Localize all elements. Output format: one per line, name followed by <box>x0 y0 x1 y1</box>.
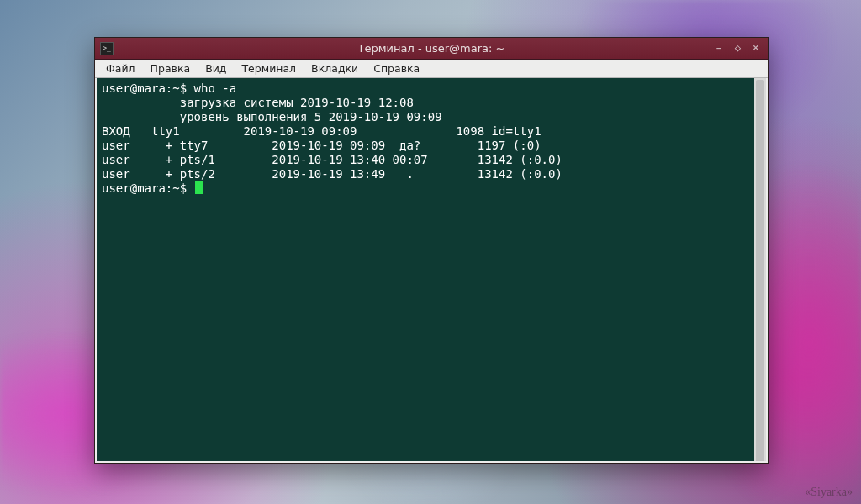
window-controls <box>714 44 768 54</box>
scrollbar-thumb[interactable] <box>756 80 764 461</box>
terminal-area[interactable]: user@mara:~$ who -a загрузка системы 201… <box>97 78 766 461</box>
window-title: Терминал - user@mara: ~ <box>95 42 768 55</box>
wallpaper-watermark: «Siyarka» <box>805 486 853 499</box>
prompt-path-2: ~ <box>172 181 179 195</box>
prompt-path: ~ <box>172 81 179 95</box>
command-entered: who -a <box>194 81 237 95</box>
terminal-app-icon <box>100 42 114 55</box>
menubar: Файл Правка Вид Терминал Вкладки Справка <box>95 60 768 78</box>
menu-help[interactable]: Справка <box>366 60 427 76</box>
output-line: загрузка системы 2019-10-19 12:08 <box>102 96 414 109</box>
menu-view[interactable]: Вид <box>198 60 234 76</box>
output-line: ВХОД tty1 2019-10-19 09:09 1098 id=tty1 <box>102 124 541 138</box>
terminal-window: Терминал - user@mara: ~ Файл Правка Вид … <box>94 37 769 464</box>
output-line: user + tty7 2019-10-19 09:09 да? 1197 (:… <box>102 139 541 152</box>
prompt-userhost: user@mara <box>102 81 166 95</box>
terminal-scrollbar[interactable] <box>754 78 766 461</box>
output-line: user + pts/2 2019-10-19 13:49 . 13142 (:… <box>102 167 563 181</box>
cursor-block <box>195 181 203 194</box>
prompt-userhost-2: user@mara <box>102 181 166 195</box>
prompt-sep-dollar-2: $ <box>180 181 187 195</box>
close-button[interactable] <box>751 44 761 54</box>
menu-terminal[interactable]: Терминал <box>234 60 304 76</box>
menu-tabs[interactable]: Вкладки <box>304 60 366 76</box>
maximize-button[interactable] <box>732 44 742 54</box>
menu-file[interactable]: Файл <box>98 60 143 76</box>
menu-edit[interactable]: Правка <box>143 60 198 76</box>
prompt-sep-dollar: $ <box>180 81 187 95</box>
output-line: user + pts/1 2019-10-19 13:40 00:07 1314… <box>102 153 563 166</box>
terminal-frame: user@mara:~$ who -a загрузка системы 201… <box>95 78 768 463</box>
minimize-button[interactable] <box>714 44 724 54</box>
output-line: уровень выполнения 5 2019-10-19 09:09 <box>102 110 442 123</box>
titlebar[interactable]: Терминал - user@mara: ~ <box>95 38 768 60</box>
